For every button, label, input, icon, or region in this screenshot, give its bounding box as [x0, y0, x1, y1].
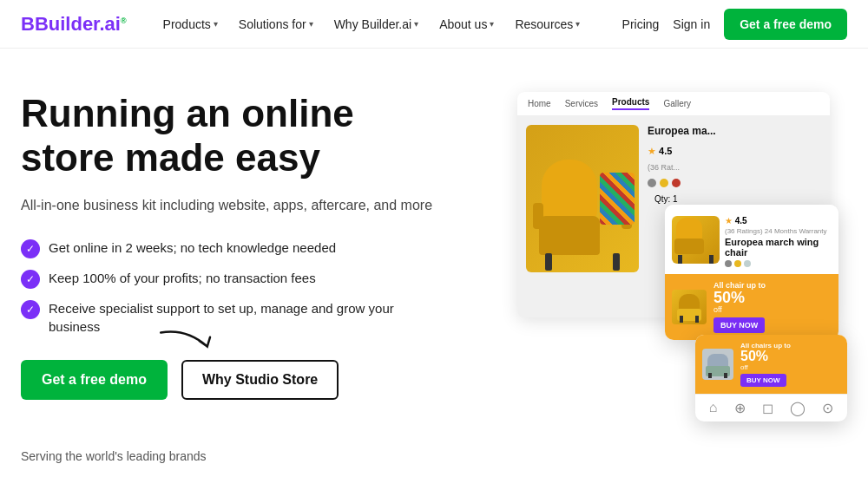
mockup-rating-value: 4.5 — [659, 146, 672, 156]
card2-discount: 50% — [740, 350, 840, 363]
card1-chair-leg2 — [709, 255, 713, 264]
card1-rating-count: (36 Ratings) 24 Months Warranty — [725, 227, 832, 235]
mockup-stars: ★ 4.5 — [648, 142, 821, 158]
c2-leg2 — [724, 373, 727, 378]
mockup-card2: All chairs up to 50% off BUY NOW ⌂ ⊕ ◻ ◯… — [695, 335, 847, 421]
card1-promo: All chair up to 50% off BUY NOW — [665, 274, 838, 340]
mockup-nav-gallery: Gallery — [663, 99, 691, 108]
color-dot-red[interactable] — [672, 179, 681, 187]
feature-item-3: ✓ Receive specialist support to set up, … — [21, 299, 434, 336]
card1-product-title: Europea march wing chair — [725, 237, 832, 258]
hero-subtitle: All-in-one business kit including websit… — [21, 195, 434, 216]
navbar: BBuilder.ai® Products ▾ Solutions for ▾ … — [0, 0, 868, 49]
user-icon[interactable]: ⊙ — [822, 400, 833, 416]
nav-cta-button[interactable]: Get a free demo — [724, 9, 847, 40]
mockup-chair-image — [526, 125, 639, 272]
mockup-rating-count: (36 Rat... — [648, 163, 821, 172]
demo-button[interactable]: Get a free demo — [21, 360, 168, 400]
logo-registered: ® — [121, 16, 127, 24]
chair-leg1 — [545, 253, 552, 271]
chair-seat — [539, 216, 600, 255]
nav-links: Products ▾ Solutions for ▾ Why Builder.a… — [155, 12, 622, 36]
check-icon-3: ✓ — [21, 300, 40, 319]
feature-item-1: ✓ Get online in 2 weeks; no tech knowled… — [21, 238, 434, 258]
nav-signin[interactable]: Sign in — [673, 17, 710, 31]
hero-right: Home Services Products Gallery — [434, 83, 847, 460]
search-icon[interactable]: ⊕ — [734, 400, 746, 416]
chevron-down-icon: ▾ — [309, 19, 313, 29]
chair-throw — [600, 173, 635, 225]
mockup-quantity[interactable]: Qty: 1 — [648, 193, 821, 206]
card2-off: off — [740, 363, 840, 371]
nav-item-resources[interactable]: Resources ▾ — [506, 12, 589, 36]
nav-item-products[interactable]: Products ▾ — [155, 12, 227, 36]
color-dot-gray[interactable] — [648, 179, 656, 187]
logo[interactable]: BBuilder.ai® — [21, 13, 127, 36]
chevron-down-icon: ▾ — [490, 19, 494, 29]
card1-header: ★ 4.5 (36 Ratings) 24 Months Warranty Eu… — [665, 205, 838, 274]
card1-rating: 4.5 — [735, 216, 747, 225]
mockup-nav-home: Home — [528, 99, 551, 108]
card1-color-dots — [725, 260, 832, 267]
throw-patch — [600, 173, 635, 225]
card1-promo-off: off — [713, 305, 832, 314]
card2-chair — [706, 352, 730, 378]
card1-chair-seat — [674, 238, 704, 254]
card2-footer: ⌂ ⊕ ◻ ◯ ⊙ — [695, 394, 847, 421]
card1-dot-yellow[interactable] — [734, 260, 741, 267]
chevron-down-icon: ▾ — [214, 19, 218, 29]
card2-text: All chairs up to 50% off BUY NOW — [740, 342, 840, 387]
hero-title: Running an online store made easy — [21, 92, 434, 180]
card1-star-icon: ★ — [725, 216, 735, 225]
card1-promo-text: All chair up to 50% off BUY NOW — [713, 281, 832, 333]
cart-icon[interactable]: ◻ — [762, 400, 773, 416]
hero-footer-text: Serving the world's leading brands — [21, 449, 207, 463]
card1-promo-discount: 50% — [713, 290, 832, 305]
mockup-color-options — [648, 179, 821, 187]
promo-leg2 — [695, 316, 699, 323]
chevron-down-icon: ▾ — [575, 19, 580, 29]
hero-buttons: Get a free demo Why Studio Store — [21, 360, 434, 400]
card2-promo: All chairs up to 50% off BUY NOW — [695, 335, 847, 394]
star-icon: ★ — [648, 146, 659, 156]
card1-chair-image — [672, 216, 720, 264]
hero-section: Running an online store made easy All-in… — [0, 49, 868, 477]
c2-leg1 — [708, 373, 712, 378]
mockup-nav-services: Services — [565, 99, 598, 108]
hero-features: ✓ Get online in 2 weeks; no tech knowled… — [21, 238, 434, 336]
nav-item-about[interactable]: About us ▾ — [431, 12, 503, 36]
card1-dot-blue[interactable] — [744, 260, 751, 267]
nav-right: Pricing Sign in Get a free demo — [622, 9, 847, 40]
check-icon-2: ✓ — [21, 270, 40, 289]
card1-promo-chair — [676, 292, 702, 323]
nav-item-why[interactable]: Why Builder.ai ▾ — [326, 12, 427, 36]
check-icon-1: ✓ — [21, 239, 40, 258]
feature-item-2: ✓ Keep 100% of your profits; no transact… — [21, 269, 434, 289]
nav-item-solutions[interactable]: Solutions for ▾ — [230, 12, 322, 36]
card1-buy-button[interactable]: BUY NOW — [713, 317, 765, 333]
hero-left: Running an online store made easy All-in… — [21, 83, 434, 460]
color-dot-yellow[interactable] — [660, 179, 668, 187]
nav-pricing[interactable]: Pricing — [622, 17, 660, 31]
mockup-product-title: Europea ma... — [648, 125, 821, 137]
home-icon[interactable]: ⌂ — [709, 400, 718, 416]
mockup-nav-products: Products — [612, 97, 649, 110]
card1-stars-row: ★ 4.5 — [725, 212, 832, 227]
card1-promo-image — [672, 290, 707, 324]
chair-back — [542, 160, 597, 220]
chair-leg2 — [613, 253, 620, 271]
logo-text: BBuilder.ai® — [21, 13, 127, 36]
chat-icon[interactable]: ◯ — [790, 400, 806, 416]
promo-leg1 — [680, 316, 683, 323]
card1-info: ★ 4.5 (36 Ratings) 24 Months Warranty Eu… — [725, 212, 832, 267]
mockup-card1: ★ 4.5 (36 Ratings) 24 Months Warranty Eu… — [665, 205, 838, 340]
card1-chair-leg1 — [678, 255, 682, 264]
card1-dot-gray[interactable] — [725, 260, 732, 267]
mockup-nav: Home Services Products Gallery — [517, 92, 830, 116]
card2-buy-button[interactable]: BUY NOW — [740, 374, 786, 387]
chevron-down-icon: ▾ — [414, 19, 418, 29]
card2-image — [702, 349, 733, 380]
